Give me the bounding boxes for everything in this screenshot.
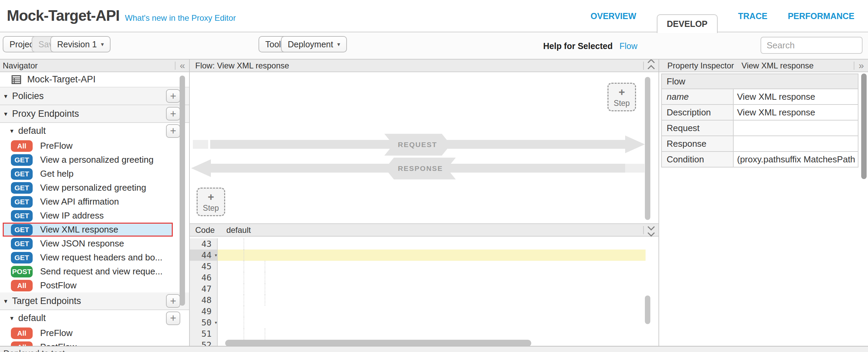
collapse-flow-panel-icon[interactable] (644, 60, 658, 71)
chevron-down-icon: ▾ (337, 41, 340, 48)
line-number[interactable]: 50 (190, 317, 218, 328)
line-number[interactable]: 49 (190, 306, 218, 317)
flow-scrollbar[interactable] (645, 77, 650, 220)
method-badge: GET (11, 154, 33, 166)
flow-list-item[interactable]: All PreFlow (0, 139, 189, 153)
revision-button[interactable]: Revision 1 ▾ (50, 36, 111, 52)
indent-guide (265, 328, 265, 339)
property-value[interactable] (734, 136, 858, 151)
code-vertical-scrollbar[interactable] (645, 295, 650, 324)
flow-name: View JSON response (40, 238, 124, 249)
deployment-status-text: Deployed to test (3, 349, 65, 352)
help-flow-link[interactable]: Flow (619, 41, 637, 51)
method-badge: GET (11, 252, 33, 263)
section-target-endpoints[interactable]: ▾ Target Endpoints + (0, 292, 189, 310)
proxy-default-endpoint[interactable]: ▾ default + (0, 123, 189, 139)
add-step-button-response[interactable]: + Step (197, 188, 225, 216)
property-section-header: Flow (662, 74, 858, 89)
line-number[interactable]: 44 (190, 250, 218, 261)
property-value[interactable]: (proxy.pathsuffix MatchesPath "/xml") an… (734, 152, 858, 167)
section-proxy-endpoints[interactable]: ▾ Proxy Endpoints + (0, 105, 189, 123)
code-line-content[interactable]: <Condition>(proxy.pathsuffix MatchesPath… (218, 294, 646, 306)
flow-list-item[interactable]: GET View personalized greeting (0, 181, 189, 195)
title-group: Mock-Target-API What's new in the Proxy … (7, 8, 236, 23)
line-number[interactable]: 46 (190, 272, 218, 283)
navigator-title: Navigator (3, 61, 38, 70)
line-number[interactable]: 48 (190, 294, 218, 306)
code-line-content[interactable]: <Description>View JSON response</Descrip… (218, 328, 646, 339)
line-number[interactable]: 52 (190, 339, 218, 346)
expand-code-panel-icon[interactable] (644, 224, 658, 236)
code-line-content[interactable]: <Response/> (218, 283, 646, 294)
method-badge: GET (11, 182, 33, 194)
indent-guide (244, 306, 244, 317)
line-number[interactable]: 45 (190, 261, 218, 272)
flow-list-item[interactable]: All PostFlow (0, 340, 189, 346)
triangle-down-icon: ▾ (10, 127, 14, 135)
proxy-root-label: Mock-Target-API (27, 74, 96, 85)
code-line-content[interactable]: <Request/> (218, 272, 646, 283)
flow-name: PreFlow (40, 328, 72, 338)
add-proxy-endpoint-button[interactable]: + (166, 107, 180, 121)
expand-panel-icon[interactable]: » (854, 61, 868, 70)
code-line: 46 <Request/> (190, 272, 646, 283)
add-target-endpoint-button[interactable]: + (166, 294, 180, 308)
property-value[interactable]: View XML response (734, 105, 858, 120)
code-line: 49 </Flow> (190, 306, 646, 317)
flow-list-item[interactable]: All PreFlow (0, 326, 189, 340)
whats-new-link[interactable]: What's new in the Proxy Editor (125, 13, 236, 23)
line-number[interactable]: 51 (190, 328, 218, 339)
flow-name: PostFlow (40, 280, 77, 291)
deployment-button[interactable]: Deployment ▾ (281, 36, 347, 52)
add-target-flow-button[interactable]: + (166, 311, 180, 325)
code-line: 43 </Flow> (190, 238, 646, 250)
tab-develop[interactable]: DEVELOP (657, 14, 718, 33)
property-value[interactable] (734, 121, 858, 135)
flow-name: View a personalized greeting (40, 155, 153, 165)
proxy-root-item[interactable]: Mock-Target-API (0, 72, 189, 87)
add-flow-button[interactable]: + (166, 124, 180, 138)
method-badge: GET (11, 196, 33, 208)
indent-guide (265, 294, 265, 306)
target-default-endpoint[interactable]: ▾ default + (0, 310, 189, 326)
tab-trace[interactable]: TRACE (738, 11, 767, 21)
collapse-panel-icon[interactable]: « (176, 61, 189, 70)
add-step-button-request[interactable]: + Step (607, 83, 636, 111)
indent-guide (265, 272, 265, 283)
flow-list-item[interactable]: All PostFlow (0, 278, 189, 292)
code-line-content[interactable]: <Flow name="View JSON response"> (218, 317, 646, 328)
navigator-scrollbar[interactable] (180, 76, 185, 306)
flow-list-item[interactable]: POST Send request and view reque... (0, 265, 189, 278)
target-flow-list: All PreFlow All PostFlow (0, 326, 189, 346)
tab-performance[interactable]: PERFORMANCE (788, 11, 854, 21)
flow-list-item[interactable]: GET View JSON response (0, 237, 189, 251)
flow-list-item[interactable]: GET View IP address (0, 209, 189, 223)
flow-list-item[interactable]: GET View XML response (3, 223, 173, 237)
flow-list-item[interactable]: GET View API affirmation (0, 195, 189, 209)
request-arrowhead (625, 135, 645, 153)
code-line-content[interactable]: <Flow name="View XML response"> (218, 250, 646, 261)
code-editor[interactable]: 43 </Flow> 44 <Flow name="View XML respo… (190, 237, 658, 346)
revision-button-label: Revision 1 (57, 39, 97, 49)
line-number[interactable]: 47 (190, 283, 218, 294)
inspector-scrollbar[interactable] (861, 74, 867, 179)
flow-panel-title: Flow: View XML response (195, 61, 289, 70)
indent-guide (244, 317, 244, 328)
line-number[interactable]: 43 (190, 238, 218, 250)
main-content: Navigator « Mock-Target-API ▾ Poli (0, 60, 868, 346)
tab-overview[interactable]: OVERVIEW (590, 11, 636, 21)
add-policy-button[interactable]: + (166, 89, 180, 103)
flow-diagram: REQUEST RESPONSE + Step + Step (190, 72, 658, 224)
code-line-content[interactable]: </Flow> (218, 306, 646, 317)
code-line-content[interactable]: <Description>View XML response</Descript… (218, 261, 646, 272)
policies-label: Policies (12, 91, 44, 101)
section-policies[interactable]: ▾ Policies + (0, 87, 189, 105)
property-value[interactable]: View XML response (734, 89, 858, 104)
flow-list-item[interactable]: GET View request headers and bo... (0, 251, 189, 265)
code-line-content[interactable]: </Flow> (218, 238, 646, 250)
code-horizontal-scrollbar[interactable] (225, 340, 531, 346)
search-input[interactable] (761, 37, 863, 54)
flow-list-item[interactable]: GET View a personalized greeting (0, 153, 189, 167)
help-label: Help for Selected (543, 41, 613, 51)
flow-list-item[interactable]: GET Get help (0, 167, 189, 181)
